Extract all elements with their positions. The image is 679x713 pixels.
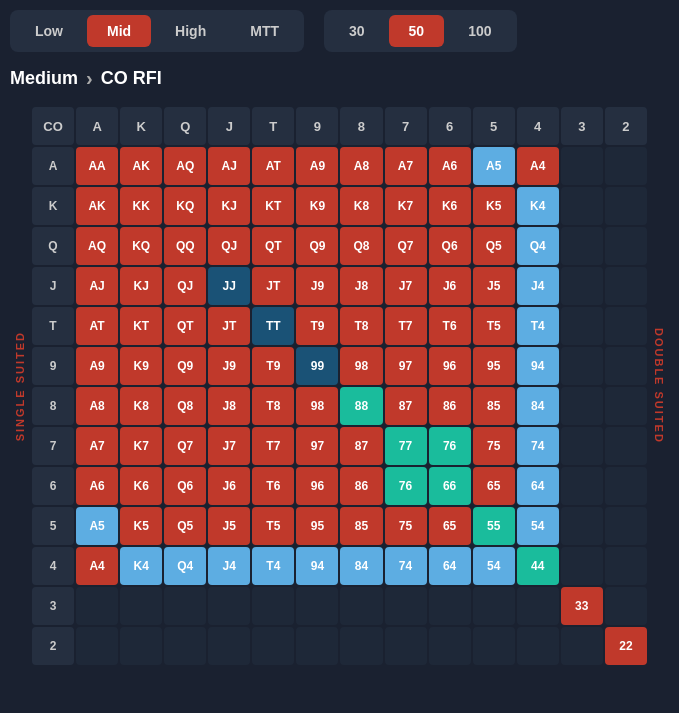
hand-cell-AQ[interactable]: AQ — [164, 147, 206, 185]
hand-cell-54[interactable]: 54 — [517, 507, 559, 545]
hand-cell-J9[interactable]: J9 — [208, 347, 250, 385]
hand-cell-Q8[interactable]: Q8 — [164, 387, 206, 425]
hand-cell-66[interactable]: 66 — [429, 467, 471, 505]
hand-cell-K6[interactable]: K6 — [120, 467, 162, 505]
row-header-K[interactable]: K — [32, 187, 74, 225]
hand-cell-64[interactable]: 64 — [517, 467, 559, 505]
hand-cell-99[interactable]: 99 — [296, 347, 338, 385]
hand-cell-Q7[interactable]: Q7 — [385, 227, 427, 265]
hand-cell-K4[interactable]: K4 — [120, 547, 162, 585]
hand-cell-T7[interactable]: T7 — [252, 427, 294, 465]
hand-cell-J8[interactable]: J8 — [208, 387, 250, 425]
hand-cell-T5[interactable]: T5 — [252, 507, 294, 545]
hand-cell-QT[interactable]: QT — [164, 307, 206, 345]
hand-cell-86[interactable]: 86 — [429, 387, 471, 425]
hand-cell-44[interactable]: 44 — [517, 547, 559, 585]
hand-cell-KQ[interactable]: KQ — [120, 227, 162, 265]
hand-cell-K7[interactable]: K7 — [385, 187, 427, 225]
hand-cell-K7[interactable]: K7 — [120, 427, 162, 465]
hand-cell-96[interactable]: 96 — [296, 467, 338, 505]
row-header-2[interactable]: 2 — [32, 627, 74, 665]
hand-cell-J5[interactable]: J5 — [473, 267, 515, 305]
hand-cell-AJ[interactable]: AJ — [208, 147, 250, 185]
hand-cell-KT[interactable]: KT — [120, 307, 162, 345]
hand-cell-75[interactable]: 75 — [473, 427, 515, 465]
hand-cell-QQ[interactable]: QQ — [164, 227, 206, 265]
hand-cell-K6[interactable]: K6 — [429, 187, 471, 225]
hand-cell-T5[interactable]: T5 — [473, 307, 515, 345]
hand-cell-T4[interactable]: T4 — [517, 307, 559, 345]
hand-cell-K8[interactable]: K8 — [340, 187, 382, 225]
hand-cell-JT[interactable]: JT — [252, 267, 294, 305]
hand-cell-K5[interactable]: K5 — [120, 507, 162, 545]
row-header-5[interactable]: 5 — [32, 507, 74, 545]
hand-cell-84[interactable]: 84 — [340, 547, 382, 585]
hand-cell-KK[interactable]: KK — [120, 187, 162, 225]
hand-cell-A4[interactable]: A4 — [517, 147, 559, 185]
hand-cell-J6[interactable]: J6 — [208, 467, 250, 505]
hand-cell-J6[interactable]: J6 — [429, 267, 471, 305]
hand-cell-88[interactable]: 88 — [340, 387, 382, 425]
stakes-btn-low[interactable]: Low — [15, 15, 83, 47]
hand-cell-Q6[interactable]: Q6 — [164, 467, 206, 505]
hand-cell-A8[interactable]: A8 — [76, 387, 118, 425]
hand-cell-AQ[interactable]: AQ — [76, 227, 118, 265]
hand-cell-A7[interactable]: A7 — [385, 147, 427, 185]
row-header-3[interactable]: 3 — [32, 587, 74, 625]
hand-cell-T7[interactable]: T7 — [385, 307, 427, 345]
hand-cell-Q8[interactable]: Q8 — [340, 227, 382, 265]
hand-cell-94[interactable]: 94 — [296, 547, 338, 585]
hand-cell-65[interactable]: 65 — [429, 507, 471, 545]
hand-cell-J4[interactable]: J4 — [208, 547, 250, 585]
hand-cell-JT[interactable]: JT — [208, 307, 250, 345]
hand-cell-AT[interactable]: AT — [252, 147, 294, 185]
hand-cell-KJ[interactable]: KJ — [120, 267, 162, 305]
row-header-4[interactable]: 4 — [32, 547, 74, 585]
hand-cell-AK[interactable]: AK — [120, 147, 162, 185]
hand-cell-K5[interactable]: K5 — [473, 187, 515, 225]
hand-cell-85[interactable]: 85 — [473, 387, 515, 425]
hand-cell-95[interactable]: 95 — [473, 347, 515, 385]
hand-cell-J5[interactable]: J5 — [208, 507, 250, 545]
hand-cell-AT[interactable]: AT — [76, 307, 118, 345]
row-header-6[interactable]: 6 — [32, 467, 74, 505]
hand-cell-Q4[interactable]: Q4 — [517, 227, 559, 265]
stakes-btn-mtt[interactable]: MTT — [230, 15, 299, 47]
hand-cell-T8[interactable]: T8 — [252, 387, 294, 425]
hand-cell-AA[interactable]: AA — [76, 147, 118, 185]
hand-cell-A6[interactable]: A6 — [429, 147, 471, 185]
hand-cell-97[interactable]: 97 — [385, 347, 427, 385]
row-header-T[interactable]: T — [32, 307, 74, 345]
hand-cell-Q7[interactable]: Q7 — [164, 427, 206, 465]
hand-cell-J4[interactable]: J4 — [517, 267, 559, 305]
hand-cell-J7[interactable]: J7 — [385, 267, 427, 305]
hand-cell-K9[interactable]: K9 — [120, 347, 162, 385]
hand-cell-98[interactable]: 98 — [340, 347, 382, 385]
hand-cell-76[interactable]: 76 — [429, 427, 471, 465]
hand-cell-85[interactable]: 85 — [340, 507, 382, 545]
hand-cell-KJ[interactable]: KJ — [208, 187, 250, 225]
hand-cell-96[interactable]: 96 — [429, 347, 471, 385]
hand-cell-KQ[interactable]: KQ — [164, 187, 206, 225]
stakes-btn-mid[interactable]: Mid — [87, 15, 151, 47]
hand-cell-A9[interactable]: A9 — [76, 347, 118, 385]
hand-cell-54[interactable]: 54 — [473, 547, 515, 585]
hand-cell-K8[interactable]: K8 — [120, 387, 162, 425]
bb-btn-100[interactable]: 100 — [448, 15, 511, 47]
hand-cell-74[interactable]: 74 — [517, 427, 559, 465]
hand-cell-TT[interactable]: TT — [252, 307, 294, 345]
hand-cell-QJ[interactable]: QJ — [164, 267, 206, 305]
hand-cell-65[interactable]: 65 — [473, 467, 515, 505]
hand-cell-T6[interactable]: T6 — [429, 307, 471, 345]
hand-cell-Q9[interactable]: Q9 — [296, 227, 338, 265]
hand-cell-95[interactable]: 95 — [296, 507, 338, 545]
hand-cell-J7[interactable]: J7 — [208, 427, 250, 465]
hand-cell-75[interactable]: 75 — [385, 507, 427, 545]
hand-cell-64[interactable]: 64 — [429, 547, 471, 585]
hand-cell-Q6[interactable]: Q6 — [429, 227, 471, 265]
hand-cell-87[interactable]: 87 — [340, 427, 382, 465]
hand-cell-K4[interactable]: K4 — [517, 187, 559, 225]
hand-cell-AK[interactable]: AK — [76, 187, 118, 225]
row-header-8[interactable]: 8 — [32, 387, 74, 425]
hand-cell-84[interactable]: 84 — [517, 387, 559, 425]
